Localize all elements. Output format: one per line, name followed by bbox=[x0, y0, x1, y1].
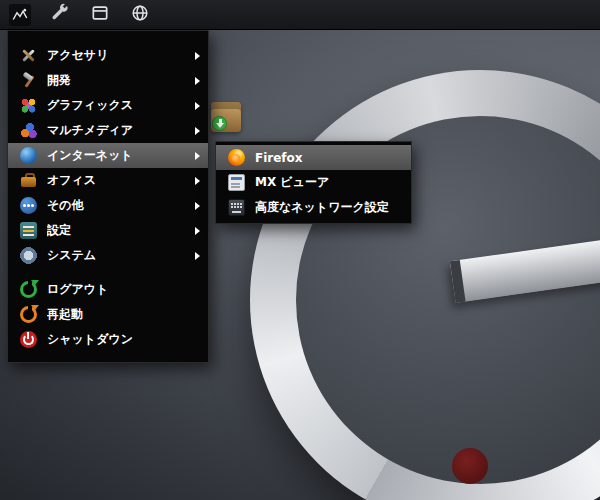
chevron-right-icon bbox=[195, 102, 200, 110]
tools-button[interactable] bbox=[48, 3, 72, 27]
menu-item-development[interactable]: 開発 bbox=[8, 68, 208, 93]
restart-icon bbox=[20, 306, 37, 323]
menu-item-logout[interactable]: ログアウト bbox=[8, 277, 208, 302]
menu-item-label: インターネット bbox=[47, 147, 185, 164]
submenu-item-label: MX ビューア bbox=[255, 174, 403, 191]
menu-item-label: 設定 bbox=[47, 222, 185, 239]
menu-item-accessories[interactable]: アクセサリ bbox=[8, 43, 208, 68]
application-menu: アクセサリ 開発 グラフィックス マルチメディア インターネット オフィス その… bbox=[7, 30, 209, 363]
menu-item-office[interactable]: オフィス bbox=[8, 168, 208, 193]
chevron-right-icon bbox=[195, 227, 200, 235]
network-icon bbox=[228, 199, 245, 216]
network-globe-button[interactable] bbox=[128, 3, 152, 27]
globe-icon bbox=[130, 3, 150, 26]
menu-item-graphics[interactable]: グラフィックス bbox=[8, 93, 208, 118]
menu-item-settings[interactable]: 設定 bbox=[8, 218, 208, 243]
menu-button[interactable] bbox=[8, 3, 32, 27]
menu-item-restart[interactable]: 再起動 bbox=[8, 302, 208, 327]
menu-item-label: オフィス bbox=[47, 172, 185, 189]
menu-item-label: アクセサリ bbox=[47, 47, 185, 64]
menu-item-label: ログアウト bbox=[47, 281, 200, 298]
menu-item-label: 開発 bbox=[47, 72, 185, 89]
window-icon bbox=[90, 3, 110, 26]
menu-item-other[interactable]: その他 bbox=[8, 193, 208, 218]
wrench-icon bbox=[50, 3, 70, 26]
graphics-icon bbox=[20, 97, 37, 114]
office-icon bbox=[20, 172, 37, 189]
internet-icon bbox=[20, 147, 37, 164]
internet-submenu: Firefox MX ビューア 高度なネットワーク設定 bbox=[215, 141, 412, 224]
menu-item-label: その他 bbox=[47, 197, 185, 214]
chevron-right-icon bbox=[195, 77, 200, 85]
viewer-icon bbox=[228, 174, 245, 191]
menu-item-system[interactable]: システム bbox=[8, 243, 208, 268]
taskbar bbox=[0, 0, 600, 30]
submenu-item-firefox[interactable]: Firefox bbox=[216, 145, 411, 170]
logout-icon bbox=[20, 281, 37, 298]
firefox-icon bbox=[228, 149, 245, 166]
other-icon bbox=[20, 197, 37, 214]
menu-logo-icon bbox=[9, 4, 31, 26]
download-arrow-badge-icon bbox=[212, 116, 227, 131]
chevron-right-icon bbox=[195, 177, 200, 185]
chevron-right-icon bbox=[195, 52, 200, 60]
multimedia-icon bbox=[20, 122, 37, 139]
wallpaper-red-dot bbox=[452, 448, 488, 484]
system-icon bbox=[20, 247, 37, 264]
menu-separator bbox=[8, 268, 208, 277]
menu-item-label: 再起動 bbox=[47, 306, 200, 323]
menu-item-multimedia[interactable]: マルチメディア bbox=[8, 118, 208, 143]
chevron-right-icon bbox=[195, 152, 200, 160]
chevron-right-icon bbox=[195, 252, 200, 260]
menu-item-label: システム bbox=[47, 247, 185, 264]
window-button[interactable] bbox=[88, 3, 112, 27]
submenu-item-advanced-network-settings[interactable]: 高度なネットワーク設定 bbox=[216, 195, 411, 220]
menu-item-shutdown[interactable]: シャットダウン bbox=[8, 327, 208, 352]
menu-item-label: グラフィックス bbox=[47, 97, 185, 114]
shutdown-icon bbox=[20, 331, 37, 348]
submenu-item-label: 高度なネットワーク設定 bbox=[255, 199, 403, 216]
menu-item-internet[interactable]: インターネット bbox=[8, 143, 208, 168]
accessories-icon bbox=[20, 47, 37, 64]
development-icon bbox=[20, 72, 37, 89]
chevron-right-icon bbox=[195, 202, 200, 210]
settings-icon bbox=[20, 222, 37, 239]
chevron-right-icon bbox=[195, 127, 200, 135]
submenu-item-mx-viewer[interactable]: MX ビューア bbox=[216, 170, 411, 195]
menu-item-label: シャットダウン bbox=[47, 331, 200, 348]
submenu-item-label: Firefox bbox=[255, 151, 403, 165]
installer-package-icon[interactable] bbox=[211, 102, 241, 132]
menu-item-label: マルチメディア bbox=[47, 122, 185, 139]
